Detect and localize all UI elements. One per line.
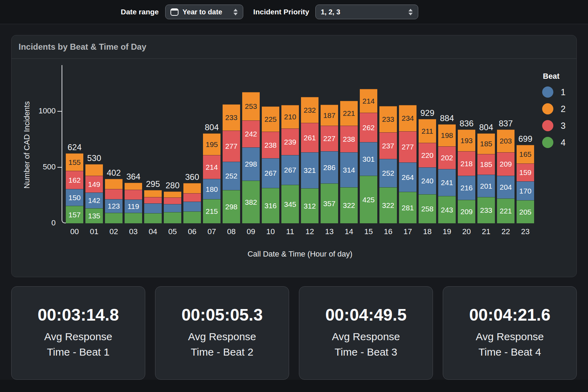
bar-column[interactable]: 214262301425 xyxy=(360,89,377,223)
bar-column[interactable]: 364119 xyxy=(125,173,142,223)
bar-segment[interactable] xyxy=(125,190,142,200)
bar-column[interactable]: 929211220240258 xyxy=(419,109,436,223)
bar-segment[interactable]: 281 xyxy=(399,192,416,223)
bar-segment[interactable]: 240 xyxy=(419,167,436,194)
bar-segment[interactable]: 322 xyxy=(379,187,397,223)
date-range-select[interactable]: Year to date xyxy=(165,5,243,19)
bar-segment[interactable] xyxy=(125,213,142,223)
bar-segment[interactable]: 242 xyxy=(242,120,260,147)
bar-segment[interactable]: 233 xyxy=(379,106,397,132)
bar-segment[interactable]: 150 xyxy=(66,189,83,206)
bar-segment[interactable]: 312 xyxy=(301,188,318,223)
bar-column[interactable]: 699165159170205 xyxy=(517,135,534,223)
bar-column[interactable]: 836193218216209 xyxy=(458,119,475,223)
bar-segment[interactable]: 382 xyxy=(242,181,260,223)
bar-segment[interactable]: 227 xyxy=(321,126,338,151)
bar-segment[interactable]: 198 xyxy=(438,124,456,146)
bar-segment[interactable]: 210 xyxy=(281,105,299,128)
bar-column[interactable]: 187227286357 xyxy=(321,105,338,223)
bar-segment[interactable]: 123 xyxy=(105,199,122,213)
bar-segment[interactable]: 157 xyxy=(66,206,83,223)
bar-segment[interactable]: 225 xyxy=(262,106,279,132)
bar-segment[interactable]: 205 xyxy=(517,200,534,223)
bar-segment[interactable]: 258 xyxy=(419,194,436,223)
legend-item[interactable]: 4 xyxy=(542,137,576,148)
bar-segment[interactable]: 261 xyxy=(301,123,318,152)
bar-segment[interactable]: 277 xyxy=(399,131,416,162)
bar-segment[interactable] xyxy=(144,190,162,197)
bar-column[interactable]: 233277252298 xyxy=(223,104,240,223)
bar-segment[interactable]: 162 xyxy=(66,171,83,189)
bar-segment[interactable]: 220 xyxy=(419,143,436,167)
bar-segment[interactable]: 195 xyxy=(203,133,220,155)
bar-column[interactable]: 402123 xyxy=(105,169,122,223)
bar-segment[interactable]: 204 xyxy=(497,176,514,198)
bar-segment[interactable]: 209 xyxy=(458,200,475,223)
bar-segment[interactable]: 135 xyxy=(85,208,103,223)
bar-segment[interactable] xyxy=(183,202,201,211)
bar-segment[interactable]: 193 xyxy=(458,130,475,151)
bar-segment[interactable]: 185 xyxy=(477,154,495,175)
bar-segment[interactable]: 159 xyxy=(517,163,534,181)
bar-segment[interactable]: 214 xyxy=(360,89,377,113)
bar-segment[interactable]: 211 xyxy=(419,119,436,143)
bar-column[interactable]: 804185185201233 xyxy=(477,123,495,223)
bar-segment[interactable]: 218 xyxy=(458,151,475,176)
legend-item[interactable]: 2 xyxy=(542,103,576,114)
bar-segment[interactable] xyxy=(144,213,162,223)
bar-column[interactable]: 884198202241243 xyxy=(438,114,456,223)
bar-segment[interactable]: 321 xyxy=(301,152,318,188)
bar-column[interactable]: 280 xyxy=(164,181,181,223)
bar-segment[interactable]: 215 xyxy=(203,199,220,223)
bar-segment[interactable]: 233 xyxy=(223,104,240,131)
bar-segment[interactable] xyxy=(164,191,181,197)
bar-column[interactable]: 210239267345 xyxy=(281,105,299,223)
bar-column[interactable]: 804195214180215 xyxy=(203,123,220,223)
bar-segment[interactable]: 239 xyxy=(281,128,299,155)
bar-column[interactable]: 233237252322 xyxy=(379,106,397,223)
bar-column[interactable]: 232261321312 xyxy=(301,97,318,223)
bar-segment[interactable] xyxy=(85,164,103,176)
bar-segment[interactable]: 345 xyxy=(281,185,299,223)
bar-segment[interactable]: 298 xyxy=(242,147,260,181)
bar-segment[interactable]: 142 xyxy=(85,192,103,208)
bar-segment[interactable]: 252 xyxy=(379,159,397,187)
bar-segment[interactable]: 165 xyxy=(517,145,534,163)
bar-segment[interactable]: 233 xyxy=(477,197,495,223)
bar-segment[interactable] xyxy=(164,204,181,212)
bar-segment[interactable]: 209 xyxy=(497,152,514,176)
bar-segment[interactable]: 316 xyxy=(262,188,279,223)
bar-segment[interactable]: 241 xyxy=(438,169,456,196)
bar-segment[interactable]: 221 xyxy=(340,101,358,126)
bar-segment[interactable]: 277 xyxy=(223,131,240,162)
bar-segment[interactable]: 201 xyxy=(477,175,495,197)
incident-priority-select[interactable]: 1, 2, 3 xyxy=(315,5,418,19)
bar-segment[interactable]: 267 xyxy=(262,158,279,188)
bar-column[interactable]: 360 xyxy=(183,173,201,223)
bar-segment[interactable] xyxy=(105,179,122,189)
bar-column[interactable]: 295 xyxy=(144,180,162,223)
bar-segment[interactable] xyxy=(144,197,162,203)
bar-segment[interactable]: 180 xyxy=(203,179,220,199)
bar-segment[interactable] xyxy=(125,183,142,190)
bar-column[interactable]: 221238314322 xyxy=(340,101,358,223)
bar-segment[interactable]: 252 xyxy=(223,162,240,190)
bar-segment[interactable]: 234 xyxy=(399,105,416,131)
bar-column[interactable]: 837203209204221 xyxy=(497,119,514,223)
bar-segment[interactable] xyxy=(164,212,181,223)
bar-column[interactable]: 530149142135 xyxy=(85,154,103,223)
bar-segment[interactable]: 202 xyxy=(438,146,456,169)
bar-column[interactable]: 253242298382 xyxy=(242,92,260,223)
bar-segment[interactable]: 221 xyxy=(497,198,514,223)
bar-segment[interactable] xyxy=(144,203,162,213)
bar-segment[interactable]: 243 xyxy=(438,196,456,223)
bar-column[interactable]: 234277264281 xyxy=(399,105,416,223)
bar-segment[interactable]: 262 xyxy=(360,113,377,142)
bar-segment[interactable]: 425 xyxy=(360,176,377,223)
bar-segment[interactable]: 232 xyxy=(301,97,318,123)
bar-segment[interactable]: 170 xyxy=(517,181,534,200)
bar-segment[interactable]: 155 xyxy=(66,153,83,171)
bar-segment[interactable]: 119 xyxy=(125,200,142,213)
bar-segment[interactable]: 286 xyxy=(321,151,338,183)
bar-segment[interactable]: 238 xyxy=(262,132,279,158)
